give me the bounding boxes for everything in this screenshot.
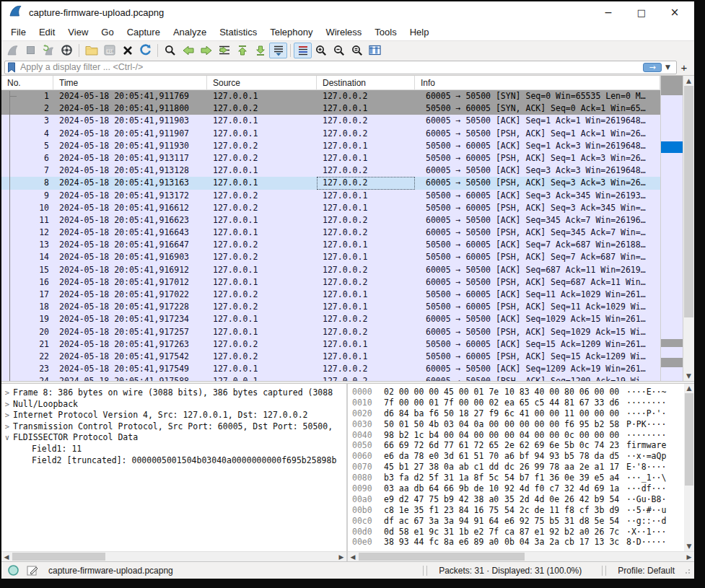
packet-row[interactable]: 13 2024-05-18 20:05:41,916647 127.0.0.2 … xyxy=(1,239,660,251)
packet-row[interactable]: 22 2024-05-18 20:05:41,917542 127.0.0.2 … xyxy=(1,351,660,363)
open-file-icon[interactable] xyxy=(82,43,100,58)
packet-row[interactable]: 10 2024-05-18 20:05:41,916612 127.0.0.2 … xyxy=(1,202,660,214)
hex-row[interactable]: 00e0 38 93 44 fc 8a e6 89 a0 0b 04 3a 2a… xyxy=(352,537,684,548)
packet-row[interactable]: 11 2024-05-18 20:05:41,916623 127.0.0.1 … xyxy=(1,214,660,227)
go-first-icon[interactable] xyxy=(233,43,251,58)
column-header-no[interactable]: No. xyxy=(1,76,53,89)
packet-row[interactable]: 9 2024-05-18 20:05:41,913172 127.0.0.2 1… xyxy=(1,190,660,202)
menu-tools[interactable]: Tools xyxy=(368,25,403,39)
filter-bookmark-icon[interactable] xyxy=(7,62,16,73)
close-file-icon[interactable] xyxy=(118,43,136,58)
packet-row[interactable]: 12 2024-05-18 20:05:41,916643 127.0.0.1 … xyxy=(1,227,660,239)
hex-row[interactable]: 0040 98 b2 1c b4 00 04 00 00 00 04 00 00… xyxy=(352,430,684,441)
edit-capture-comment-icon[interactable] xyxy=(27,565,38,576)
packet-row[interactable]: 21 2024-05-18 20:05:41,917263 127.0.0.2 … xyxy=(1,338,660,351)
detail-line[interactable]: Field1: 11 xyxy=(1,444,346,455)
menu-analyze[interactable]: Analyze xyxy=(167,25,213,39)
bytes-vertical-scrollbar[interactable]: ▲ ▼ xyxy=(684,384,694,551)
menu-telephony[interactable]: Telephony xyxy=(263,25,319,39)
add-filter-button-plus[interactable]: + xyxy=(677,61,691,74)
hex-row[interactable]: 00a0 e9 d2 47 75 b9 42 38 a0 35 2d 4d 0e… xyxy=(352,494,684,505)
hex-row[interactable]: 0010 7f 00 00 01 7f 00 00 02 ea 65 c5 44… xyxy=(352,398,684,408)
go-to-packet-icon[interactable] xyxy=(215,43,233,58)
go-forward-icon[interactable] xyxy=(197,43,215,58)
save-file-icon[interactable]: 010 xyxy=(100,43,118,58)
zoom-reset-icon[interactable] xyxy=(348,43,366,58)
packet-row[interactable]: 16 2024-05-18 20:05:41,917012 127.0.0.1 … xyxy=(1,276,660,289)
display-filter-input[interactable]: Apply a display filter ... <Ctrl-/> → ▼ xyxy=(4,61,677,74)
hex-row[interactable]: 00b0 c8 1e 35 f1 23 84 16 75 54 2c de 11… xyxy=(352,505,684,516)
expert-info-icon[interactable] xyxy=(7,564,19,576)
start-capture-icon[interactable] xyxy=(4,43,22,58)
reload-file-icon[interactable] xyxy=(136,43,154,58)
packet-row[interactable]: 17 2024-05-18 20:05:41,917022 127.0.0.2 … xyxy=(1,289,660,301)
column-header-time[interactable]: Time xyxy=(53,76,207,89)
menu-wireless[interactable]: Wireless xyxy=(319,25,368,39)
resize-columns-icon[interactable] xyxy=(366,43,384,58)
colorize-icon[interactable] xyxy=(294,43,312,58)
menu-edit[interactable]: Edit xyxy=(32,25,61,39)
minimize-button[interactable]: − xyxy=(592,1,625,23)
expander-icon[interactable]: > xyxy=(1,387,13,399)
column-header-destination[interactable]: Destination xyxy=(317,76,415,89)
packet-row[interactable]: 1 2024-05-18 20:05:41,911769 127.0.0.1 1… xyxy=(1,90,660,102)
hex-row[interactable]: 0080 b3 fa d2 5f 31 1a 8f 5c 54 b7 f1 36… xyxy=(352,473,684,483)
packet-row[interactable]: 8 2024-05-18 20:05:41,913163 127.0.0.1 1… xyxy=(1,177,660,189)
menu-capture[interactable]: Capture xyxy=(121,25,167,39)
detail-line[interactable]: > Transmission Control Protocol, Src Por… xyxy=(1,421,346,433)
detail-line[interactable]: > Null/Loopback xyxy=(1,399,346,411)
detail-line[interactable]: ∨ FLDISSECTOR Protocol Data xyxy=(1,432,346,444)
expander-icon[interactable] xyxy=(20,444,32,455)
hex-dump[interactable]: 0000 02 00 00 00 45 00 01 7e 10 83 40 00… xyxy=(348,384,684,551)
hex-row[interactable]: 00c0 df ac 67 3a 3a 94 91 64 e6 92 75 b5… xyxy=(352,516,684,527)
packet-row[interactable]: 14 2024-05-18 20:05:41,916903 127.0.0.2 … xyxy=(1,251,660,263)
packet-row[interactable]: 7 2024-05-18 20:05:41,913128 127.0.0.1 1… xyxy=(1,164,660,177)
restart-capture-icon[interactable] xyxy=(40,43,58,58)
packet-row[interactable]: 5 2024-05-18 20:05:41,911930 127.0.0.2 1… xyxy=(1,140,660,152)
menu-statistics[interactable]: Statistics xyxy=(213,25,263,39)
zoom-out-icon[interactable] xyxy=(330,43,348,58)
scroll-left-arrow-icon[interactable]: ◀ xyxy=(1,552,12,561)
expander-icon[interactable] xyxy=(20,455,32,467)
hex-row[interactable]: 00d0 0d 58 e1 9c 31 1b e2 7f ca 87 e1 92… xyxy=(352,527,684,537)
hex-row[interactable]: 0090 03 aa db 64 66 9b de 10 92 4d f0 c7… xyxy=(352,483,684,494)
hex-row[interactable]: 0070 45 b1 27 38 0a ab c1 dd dc 26 99 78… xyxy=(352,462,684,473)
column-header-info[interactable]: Info xyxy=(415,76,660,89)
scroll-left-arrow-icon[interactable]: ◀ xyxy=(348,552,358,561)
scrollbar-thumb[interactable] xyxy=(685,393,693,486)
find-packet-icon[interactable] xyxy=(161,43,179,58)
menu-view[interactable]: View xyxy=(61,25,95,39)
scrollbar-thumb[interactable] xyxy=(12,553,105,561)
expander-icon[interactable]: > xyxy=(1,410,13,421)
packet-row[interactable]: 23 2024-05-18 20:05:41,917549 127.0.0.1 … xyxy=(1,363,660,375)
hex-row[interactable]: 0020 d6 84 ba f6 50 18 27 f9 6c 41 00 00… xyxy=(352,408,684,419)
scroll-right-arrow-icon[interactable]: ▶ xyxy=(336,552,346,561)
hex-row[interactable]: 0030 50 01 50 4b 03 04 0a 00 00 00 00 00… xyxy=(352,419,684,430)
detail-line[interactable]: > Frame 8: 386 bytes on wire (3088 bits)… xyxy=(1,387,346,399)
go-back-icon[interactable] xyxy=(179,43,197,58)
capture-options-icon[interactable] xyxy=(58,43,76,58)
statusbar-filename[interactable]: capture-firmware-upload.pcapng xyxy=(48,566,173,576)
menu-help[interactable]: Help xyxy=(403,25,436,39)
profile-label[interactable]: Profile: Default xyxy=(608,566,685,576)
packet-list-vertical-scrollbar[interactable]: ▲ ▼ xyxy=(683,76,694,381)
go-last-icon[interactable] xyxy=(251,43,269,58)
column-header-source[interactable]: Source xyxy=(207,76,317,89)
scroll-up-arrow-icon[interactable]: ▲ xyxy=(683,76,694,86)
expander-icon[interactable]: ∨ xyxy=(1,432,13,444)
expander-icon[interactable]: > xyxy=(1,399,13,411)
maximize-button[interactable]: □ xyxy=(625,1,658,23)
apply-filter-button[interactable]: → xyxy=(643,63,662,72)
packet-row[interactable]: 18 2024-05-18 20:05:41,917228 127.0.0.2 … xyxy=(1,301,660,313)
packet-row[interactable]: 6 2024-05-18 20:05:41,913117 127.0.0.2 1… xyxy=(1,152,660,164)
packet-row[interactable]: 19 2024-05-18 20:05:41,917234 127.0.0.1 … xyxy=(1,313,660,325)
resize-grip[interactable] xyxy=(685,567,692,574)
auto-scroll-icon[interactable] xyxy=(269,43,287,58)
packet-row[interactable]: 2 2024-05-18 20:05:41,911800 127.0.0.2 1… xyxy=(1,102,660,115)
close-button[interactable]: × xyxy=(658,1,691,23)
stop-capture-icon[interactable] xyxy=(22,43,40,58)
hex-row[interactable]: 0060 e6 da 78 e0 3d 61 51 70 a6 bf 94 93… xyxy=(352,451,684,462)
scroll-down-arrow-icon[interactable]: ▼ xyxy=(683,371,694,381)
detail-line[interactable]: > Internet Protocol Version 4, Src: 127.… xyxy=(1,410,346,421)
details-horizontal-scrollbar[interactable]: ◀ ▶ xyxy=(1,551,346,561)
